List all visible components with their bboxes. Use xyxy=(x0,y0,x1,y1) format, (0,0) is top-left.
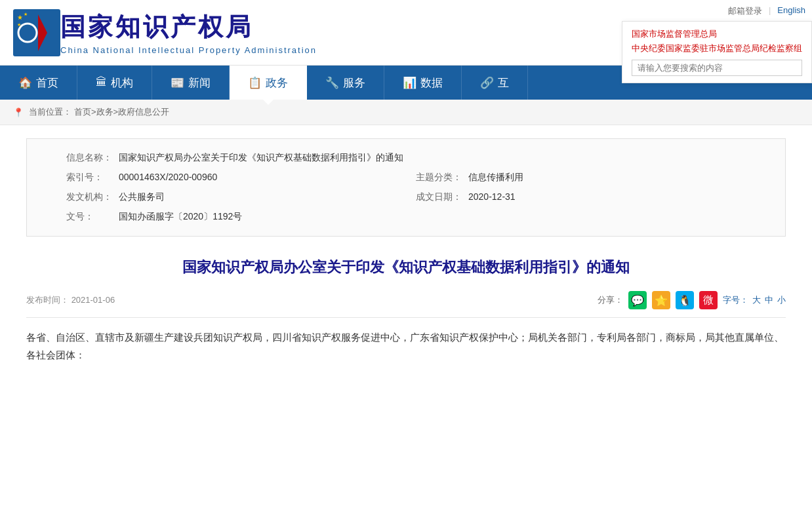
more-icon: 🔗 xyxy=(480,76,494,90)
info-docnum-value: 国知办函服字〔2020〕1192号 xyxy=(119,211,765,223)
info-index-label: 索引号： xyxy=(66,172,119,184)
nav-label-news: 新闻 xyxy=(188,75,211,90)
info-cell-topic: 主题分类： 信息传播利用 xyxy=(416,172,765,184)
nav-item-service[interactable]: 🔧 服务 xyxy=(307,66,384,100)
font-size-small[interactable]: 小 xyxy=(777,294,786,306)
page-header: ★ ★ ★ 国家知识产权局 China National Intellectua… xyxy=(0,0,812,66)
nav-item-home[interactable]: 🏠 首页 xyxy=(0,66,77,100)
nav-item-more[interactable]: 🔗 互 xyxy=(462,66,528,100)
article-body-text: 各省、自治区、直辖市及新疆生产建设兵团知识产权局，四川省知识产权服务促进中心，广… xyxy=(26,328,786,364)
info-name-value: 国家知识产权局办公室关于印发《知识产权基础数据利用指引》的通知 xyxy=(119,152,765,164)
share-star-icon[interactable]: ⭐ xyxy=(652,291,670,309)
logo-area: ★ ★ ★ 国家知识产权局 China National Intellectua… xyxy=(0,0,330,65)
info-index-value: 00001463X/2020-00960 xyxy=(119,172,416,184)
nav-label-more: 互 xyxy=(498,75,509,90)
info-issuer-label: 发文机构： xyxy=(66,191,119,203)
info-cell-index: 索引号： 00001463X/2020-00960 xyxy=(66,172,416,184)
top-links: 邮箱登录 | English xyxy=(728,5,805,17)
nav-label-data: 数据 xyxy=(420,75,443,90)
nav-label-org: 机构 xyxy=(111,75,133,90)
info-cell-date: 成文日期： 2020-12-31 xyxy=(416,191,765,203)
info-date-label: 成文日期： xyxy=(416,191,468,203)
svg-text:★: ★ xyxy=(17,22,21,27)
home-icon: 🏠 xyxy=(18,76,32,90)
publish-date: 2021-01-06 xyxy=(71,295,115,305)
search-input[interactable] xyxy=(632,60,802,76)
nav-label-service: 服务 xyxy=(343,75,365,90)
article-meta: 发布时间： 2021-01-06 分享： 💬 ⭐ 🐧 微 字号： 大 中 小 xyxy=(26,291,786,318)
dropdown-box: 国家市场监督管理总局 中央纪委国家监委驻市场监管总局纪检监察组 xyxy=(622,21,812,83)
nav-item-org[interactable]: 🏛 机构 xyxy=(77,66,152,100)
nav-item-news[interactable]: 📰 新闻 xyxy=(152,66,230,100)
share-weibo-icon[interactable]: 微 xyxy=(699,291,718,309)
info-cell-issuer: 发文机构： 公共服务司 xyxy=(66,191,416,203)
share-label: 分享： xyxy=(598,294,623,306)
publish-label: 发布时间： xyxy=(26,295,69,305)
nav-item-data[interactable]: 📊 数据 xyxy=(384,66,462,100)
news-icon: 📰 xyxy=(171,76,184,90)
service-icon: 🔧 xyxy=(325,76,339,90)
font-size-label: 字号： xyxy=(723,294,748,306)
logo-text: 国家知识产权局 China National Intellectual Prop… xyxy=(60,10,317,55)
publish-info: 发布时间： 2021-01-06 xyxy=(26,294,115,306)
info-issuer-value: 公共服务司 xyxy=(119,191,416,203)
org-icon: 🏛 xyxy=(96,76,107,89)
share-wechat-icon[interactable]: 💬 xyxy=(628,291,647,309)
info-row-docnum: 文号： 国知办函服字〔2020〕1192号 xyxy=(66,211,765,223)
english-link[interactable]: English xyxy=(777,5,805,17)
info-name-label: 信息名称： xyxy=(66,152,119,164)
logo-en-text: China National Intellectual Property Adm… xyxy=(60,45,317,55)
share-penguin-icon[interactable]: 🐧 xyxy=(676,291,694,309)
logo-icon: ★ ★ ★ xyxy=(13,9,60,56)
discipline-inspection-link[interactable]: 中央纪委国家监委驻市场监管总局纪检监察组 xyxy=(632,43,802,54)
breadcrumb-prefix: 当前位置： xyxy=(29,106,71,118)
info-row-index-topic: 索引号： 00001463X/2020-00960 主题分类： 信息传播利用 xyxy=(66,172,765,184)
header-right: 邮箱登录 | English 国家市场监督管理总局 中央纪委国家监委驻市场监管总… xyxy=(330,0,812,65)
info-box: 信息名称： 国家知识产权局办公室关于印发《知识产权基础数据利用指引》的通知 索引… xyxy=(26,138,786,237)
font-size-area: 字号： 大 中 小 xyxy=(723,294,786,306)
location-icon: 📍 xyxy=(13,107,24,117)
svg-text:★: ★ xyxy=(24,12,28,16)
info-date-value: 2020-12-31 xyxy=(468,191,765,203)
font-size-medium[interactable]: 中 xyxy=(765,294,773,306)
info-docnum-label: 文号： xyxy=(66,211,119,223)
info-topic-label: 主题分类： xyxy=(416,172,468,184)
font-size-large[interactable]: 大 xyxy=(752,294,761,306)
info-row-name: 信息名称： 国家知识产权局办公室关于印发《知识产权基础数据利用指引》的通知 xyxy=(66,152,765,164)
logo-cn-text: 国家知识产权局 xyxy=(60,10,317,44)
content-area: 信息名称： 国家知识产权局办公室关于印发《知识产权基础数据利用指引》的通知 索引… xyxy=(0,125,812,383)
svg-text:★: ★ xyxy=(17,14,23,21)
article-title: 国家知识产权局办公室关于印发《知识产权基础数据利用指引》的通知 xyxy=(26,256,786,278)
info-row-issuer-date: 发文机构： 公共服务司 成文日期： 2020-12-31 xyxy=(66,191,765,203)
share-area: 分享： 💬 ⭐ 🐧 微 字号： 大 中 小 xyxy=(598,291,786,309)
data-icon: 📊 xyxy=(403,76,416,90)
breadcrumb-bar: 📍 当前位置： 首页>政务>政府信息公开 xyxy=(0,100,812,125)
nav-label-home: 首页 xyxy=(36,75,58,90)
info-topic-value: 信息传播利用 xyxy=(468,172,765,184)
breadcrumb-path[interactable]: 首页>政务>政府信息公开 xyxy=(74,106,169,118)
nav-label-gov: 政务 xyxy=(266,75,288,90)
gov-icon: 📋 xyxy=(248,76,262,90)
article-body: 各省、自治区、直辖市及新疆生产建设兵团知识产权局，四川省知识产权服务促进中心，广… xyxy=(26,328,786,364)
market-supervision-link[interactable]: 国家市场监督管理总局 xyxy=(632,28,802,40)
divider: | xyxy=(769,5,771,17)
nav-item-gov[interactable]: 📋 政务 xyxy=(230,66,307,100)
mailbox-link[interactable]: 邮箱登录 xyxy=(728,5,762,17)
